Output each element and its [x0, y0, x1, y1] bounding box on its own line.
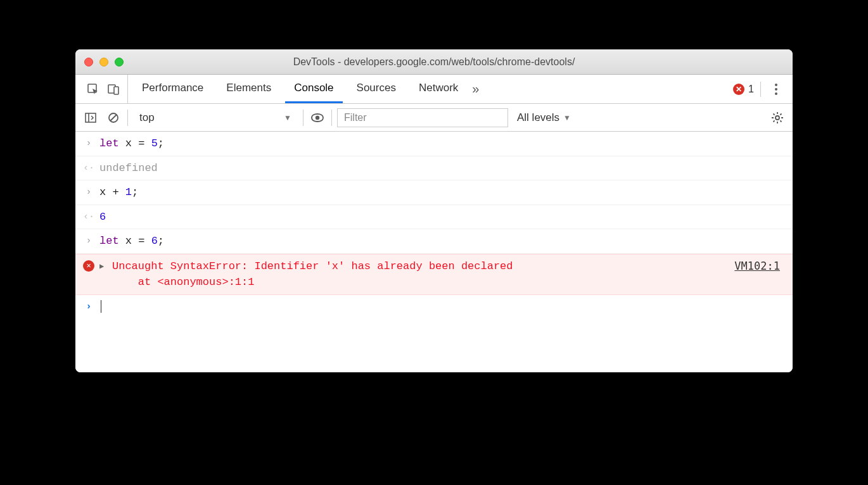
code-text: let x = 6; — [99, 233, 785, 249]
maximize-button[interactable] — [115, 58, 124, 66]
console-error-line: ✕▶Uncaught SyntaxError: Identifier 'x' h… — [75, 254, 793, 295]
panel-tabbar: PerformanceElementsConsoleSourcesNetwork… — [75, 75, 793, 104]
titlebar[interactable]: DevTools - developers.google.com/web/too… — [75, 49, 793, 75]
close-button[interactable] — [84, 58, 93, 66]
console-input-line: ›x + 1; — [75, 180, 793, 205]
error-icon: ✕ — [83, 260, 94, 272]
code-text: x + 1; — [99, 184, 785, 201]
input-prompt-icon: › — [83, 135, 94, 151]
tabs-overflow-button[interactable]: » — [467, 75, 484, 103]
chevron-down-icon: ▼ — [284, 113, 291, 122]
execution-context-select[interactable]: top ▼ — [133, 108, 298, 127]
panel-tab-console[interactable]: Console — [285, 75, 342, 103]
context-label: top — [139, 111, 155, 124]
separator — [760, 82, 761, 97]
panel-tab-performance[interactable]: Performance — [133, 75, 212, 103]
console-toolbar: top ▼ All levels ▼ — [75, 104, 793, 132]
live-expression-icon[interactable] — [309, 109, 326, 127]
active-prompt-icon: › — [83, 299, 94, 315]
svg-point-7 — [316, 115, 319, 119]
panel-tabs: PerformanceElementsConsoleSourcesNetwork — [133, 75, 467, 103]
result-prompt-icon: ‹· — [83, 160, 94, 176]
error-icon: ✕ — [733, 84, 744, 95]
console-settings-icon[interactable] — [769, 109, 786, 127]
panel-tab-network[interactable]: Network — [410, 75, 467, 103]
result-prompt-icon: ‹· — [83, 209, 94, 225]
error-count: 1 — [748, 84, 754, 95]
clear-console-icon[interactable] — [105, 109, 122, 127]
chevron-down-icon: ▼ — [563, 113, 571, 122]
svg-line-6 — [110, 115, 117, 121]
svg-point-8 — [775, 116, 779, 120]
inspect-element-icon[interactable] — [84, 80, 102, 98]
input-prompt-icon: › — [83, 233, 94, 249]
svg-rect-2 — [114, 87, 118, 94]
input-prompt-icon: › — [83, 184, 94, 200]
console-prompt-line[interactable]: › — [75, 295, 793, 319]
inspect-group — [79, 75, 128, 103]
devtools-window: DevTools - developers.google.com/web/too… — [75, 49, 793, 372]
separator — [127, 110, 128, 126]
error-count-indicator[interactable]: ✕ 1 — [733, 84, 754, 95]
console-input-line: ›let x = 6; — [75, 229, 793, 254]
panel-tab-sources[interactable]: Sources — [348, 75, 405, 103]
levels-label: All levels — [517, 111, 559, 124]
traffic-lights — [84, 58, 124, 66]
prompt-input[interactable] — [99, 299, 785, 315]
console-output[interactable]: ›let x = 5;‹·undefined›x + 1;‹·6›let x =… — [75, 132, 793, 372]
device-toggle-icon[interactable] — [105, 80, 122, 98]
separator — [303, 110, 303, 126]
result-value: undefined — [99, 162, 158, 174]
error-message: Uncaught SyntaxError: Identifier 'x' has… — [112, 258, 729, 291]
console-result-line: ‹·undefined — [75, 156, 793, 181]
disclosure-triangle-icon[interactable]: ▶ — [99, 258, 107, 272]
window-title: DevTools - developers.google.com/web/too… — [75, 56, 793, 68]
result-value: 6 — [99, 211, 106, 223]
code-text: let x = 5; — [99, 135, 785, 152]
console-result-line: ‹·6 — [75, 205, 793, 230]
separator — [331, 110, 332, 126]
svg-rect-3 — [86, 113, 96, 122]
toggle-console-sidebar-icon[interactable] — [82, 109, 99, 127]
error-source-link[interactable]: VM102:1 — [734, 258, 785, 275]
tabbar-right: ✕ 1 — [733, 75, 789, 103]
console-input-line: ›let x = 5; — [75, 132, 793, 156]
main-menu-button[interactable] — [767, 80, 785, 98]
panel-tab-elements[interactable]: Elements — [217, 75, 280, 103]
filter-input[interactable] — [337, 108, 508, 127]
log-levels-select[interactable]: All levels ▼ — [513, 111, 575, 124]
minimize-button[interactable] — [99, 58, 108, 66]
